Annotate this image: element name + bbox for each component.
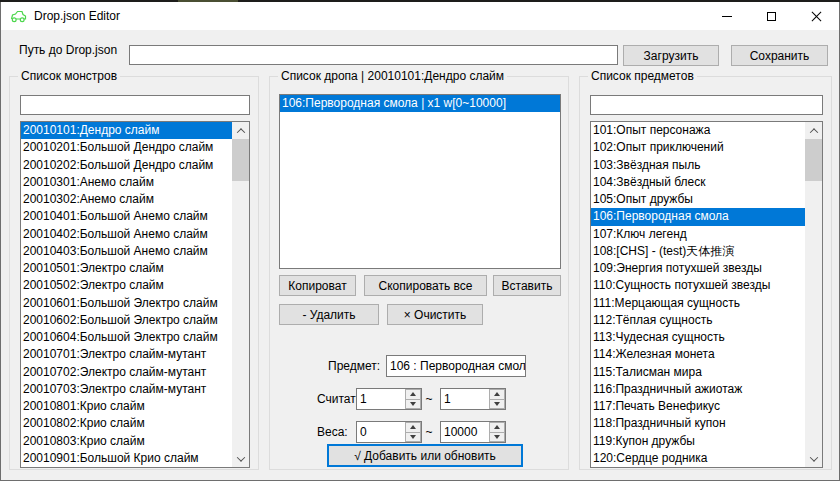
list-item[interactable]: 20010502:Электро слайм <box>21 277 232 294</box>
chevron-down-icon <box>809 453 817 461</box>
monsters-scrollbar[interactable] <box>232 122 249 467</box>
weight-label: Веса: <box>317 425 348 439</box>
spinner-up-icon <box>494 425 500 429</box>
spinner-down-button[interactable] <box>489 433 505 443</box>
list-item[interactable]: 20010801:Крио слайм <box>21 398 232 415</box>
spinner-down-button[interactable] <box>405 433 421 443</box>
delete-button[interactable]: - Удалить <box>279 304 379 325</box>
scrollbar-thumb[interactable] <box>805 139 822 181</box>
list-item[interactable]: 20010701:Электро слайм-мутант <box>21 346 232 363</box>
list-item[interactable]: 20010402:Большой Анемо слайм <box>21 226 232 243</box>
list-item[interactable]: 109:Энергия потухшей звезды <box>591 260 805 277</box>
weight-min-value[interactable]: 0 <box>357 422 405 442</box>
list-item[interactable]: 102:Опыт приключений <box>591 139 805 156</box>
close-icon <box>811 11 822 22</box>
list-item[interactable]: 20010901:Большой Крио слайм <box>21 450 232 467</box>
path-input[interactable] <box>129 45 618 65</box>
load-button[interactable]: Загрузить <box>623 45 719 66</box>
list-item[interactable]: 119:Купон дружбы <box>591 433 805 450</box>
list-item[interactable]: 106:Первородная смола | x1 w[0~10000] <box>280 95 560 112</box>
spinner-up-button[interactable] <box>405 422 421 433</box>
copy-button[interactable]: Копироват <box>279 275 356 296</box>
monsters-listbox: 20010101:Дендро слайм20010201:Большой Де… <box>20 121 250 468</box>
items-filter-input[interactable] <box>590 95 823 115</box>
list-item[interactable]: 106:Первородная смола <box>591 208 805 225</box>
list-item[interactable]: 20010501:Электро слайм <box>21 260 232 277</box>
list-item[interactable]: 101:Опыт персонажа <box>591 122 805 139</box>
spinner-up-icon <box>410 392 416 396</box>
list-item[interactable]: 116:Праздничный ажиотаж <box>591 381 805 398</box>
list-item[interactable]: 20010604:Большой Электро слайм <box>21 329 232 346</box>
list-item[interactable]: 20010703:Электро слайм-мутант <box>21 381 232 398</box>
items-scrollbar[interactable] <box>805 122 822 467</box>
list-item[interactable]: 20010702:Электро слайм-мутант <box>21 364 232 381</box>
scroll-up-button[interactable] <box>232 122 249 139</box>
list-item[interactable]: 118:Праздничный купон <box>591 415 805 432</box>
scrollbar-thumb[interactable] <box>232 139 249 181</box>
copy-all-button[interactable]: Скопировать все <box>364 275 487 296</box>
spinner-up-icon <box>494 392 500 396</box>
drops-group: Список дропа | 20010101:Дендро слайм 106… <box>269 76 569 470</box>
list-item[interactable]: 20010803:Крио слайм <box>21 433 232 450</box>
spinner-up-button[interactable] <box>489 422 505 433</box>
list-item[interactable]: 113:Чудесная сущность <box>591 329 805 346</box>
spinner-up-button[interactable] <box>405 389 421 400</box>
list-item[interactable]: 120:Сердце родника <box>591 450 805 467</box>
list-item[interactable]: 104:Звёздный блеск <box>591 174 805 191</box>
list-item[interactable]: 20010101:Дендро слайм <box>21 122 232 139</box>
chevron-up-icon <box>809 128 817 136</box>
add-or-update-button[interactable]: √ Добавить или обновить <box>327 444 523 467</box>
items-listbox: 101:Опыт персонажа102:Опыт приключений10… <box>590 121 823 468</box>
list-item[interactable]: 114:Железная монета <box>591 346 805 363</box>
list-item[interactable]: 107:Ключ легенд <box>591 226 805 243</box>
item-input[interactable]: 106 : Первородная смола <box>386 355 526 377</box>
count-max-value[interactable]: 1 <box>441 389 489 409</box>
drops-group-title: Список дропа | 20010101:Дендро слайм <box>278 69 507 83</box>
spinner-down-button[interactable] <box>405 400 421 410</box>
minimize-icon <box>722 16 732 17</box>
list-item[interactable]: 20010802:Крио слайм <box>21 415 232 432</box>
weight-max-spinner[interactable]: 10000 <box>440 421 506 443</box>
list-item[interactable]: 20010601:Большой Электро слайм <box>21 295 232 312</box>
spinner-up-button[interactable] <box>489 389 505 400</box>
monsters-group: Список монстров 20010101:Дендро слайм200… <box>9 76 259 470</box>
maximize-icon <box>767 12 776 21</box>
close-button[interactable] <box>794 2 839 30</box>
count-max-spinner[interactable]: 1 <box>440 388 506 410</box>
count-min-value[interactable]: 1 <box>357 389 405 409</box>
list-item[interactable]: 117:Печать Венефикус <box>591 398 805 415</box>
scroll-down-button[interactable] <box>232 450 249 467</box>
scroll-up-button[interactable] <box>805 122 822 139</box>
list-item[interactable]: 110:Сущность потухшей звезды <box>591 277 805 294</box>
list-item[interactable]: 20010302:Анемо слайм <box>21 191 232 208</box>
list-item[interactable]: 20010201:Большой Дендро слайм <box>21 139 232 156</box>
save-button[interactable]: Сохранить <box>731 45 828 66</box>
maximize-button[interactable] <box>749 2 794 30</box>
list-item[interactable]: 20010301:Анемо слайм <box>21 174 232 191</box>
list-item[interactable]: 20010202:Большой Дендро слайм <box>21 157 232 174</box>
list-item[interactable]: 20010602:Большой Электро слайм <box>21 312 232 329</box>
count-range-tilde: ~ <box>423 392 435 406</box>
minimize-button[interactable] <box>704 2 749 30</box>
paste-button[interactable]: Вставить <box>493 275 561 296</box>
weight-max-value[interactable]: 10000 <box>441 422 489 442</box>
list-item[interactable]: 103:Звёздная пыль <box>591 157 805 174</box>
items-list: 101:Опыт персонажа102:Опыт приключений10… <box>591 122 805 467</box>
list-item[interactable]: 115:Талисман мира <box>591 364 805 381</box>
chevron-up-icon <box>236 128 244 136</box>
monsters-filter-input[interactable] <box>20 95 250 115</box>
item-label: Предмет: <box>328 359 380 373</box>
items-group-title: Список предметов <box>588 69 697 83</box>
list-item[interactable]: 20010403:Большой Анемо слайм <box>21 243 232 260</box>
weight-min-spinner[interactable]: 0 <box>356 421 422 443</box>
list-item[interactable]: 112:Тёплая сущность <box>591 312 805 329</box>
chevron-down-icon <box>236 453 244 461</box>
count-min-spinner[interactable]: 1 <box>356 388 422 410</box>
scroll-down-button[interactable] <box>805 450 822 467</box>
spinner-down-button[interactable] <box>489 400 505 410</box>
list-item[interactable]: 108:[CHS] - (test)天体推演 <box>591 243 805 260</box>
clear-button[interactable]: × Очистить <box>387 304 483 325</box>
list-item[interactable]: 105:Опыт дружбы <box>591 191 805 208</box>
list-item[interactable]: 111:Мерцающая сущность <box>591 295 805 312</box>
list-item[interactable]: 20010401:Большой Анемо слайм <box>21 208 232 225</box>
